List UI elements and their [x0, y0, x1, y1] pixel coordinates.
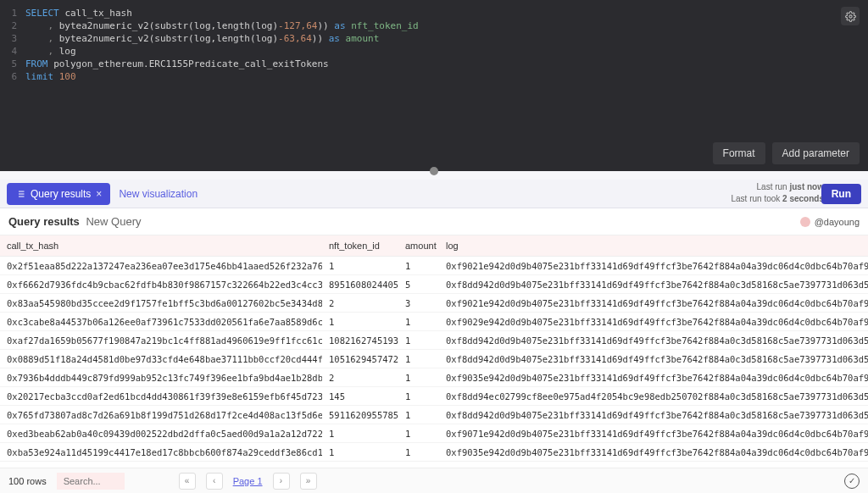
cell: 0xed3beab62ab0a40c09439d002522dbd2dffa0c… — [0, 424, 322, 443]
cell: 0x2f51eaa85d222a137247ea236ea07ee3d175e4… — [0, 257, 322, 275]
sql-editor[interactable]: 123456 SELECT call_tx_hash , bytea2numer… — [0, 0, 868, 171]
settings-button[interactable] — [841, 7, 860, 25]
results-title: Query results — [8, 215, 80, 228]
table-row[interactable]: 0xed3beab62ab0a40c09439d002522dbd2dffa0c… — [0, 424, 868, 443]
page-next-button[interactable]: › — [273, 473, 290, 490]
table-row[interactable]: 0xaf27da1659b05677f190847a219bc1c4ff881a… — [0, 331, 868, 350]
cell: 0xf9021e942d0d9b4075e231bff33141d69df49f… — [439, 462, 868, 468]
run-status: Last run just now Last run took 2 second… — [731, 181, 824, 205]
table-row[interactable]: 0x7936b4dddb449c879fd999ab952c13fc749f39… — [0, 368, 868, 387]
cell: 0xf9029e942d0d9b4075e231bff33141d69df49f… — [439, 313, 868, 331]
code-area[interactable]: SELECT call_tx_hash , bytea2numeric_v2(s… — [25, 7, 419, 83]
author-pill[interactable]: @dayoung — [800, 217, 860, 227]
table-row[interactable]: 0xba53e924a11d45199c4417e18ed17c8bbcb600… — [0, 443, 868, 462]
list-icon — [15, 189, 25, 199]
gear-icon — [845, 11, 856, 22]
cell: 0xf8dd942d0d9b4075e231bff33141d69df49ffc… — [439, 331, 868, 350]
table-row[interactable]: 0xc3cabe8a44537b06a126ee0af73961c7533dd0… — [0, 313, 868, 331]
cell: 0xc3cabe8a44537b06a126ee0af73961c7533dd0… — [0, 313, 322, 331]
cell: 0x765fd73807ad8c7d26a691b8f199d751d268d1… — [0, 406, 322, 424]
cell: 1 — [398, 331, 439, 350]
cell: 0xea60d70037424aaeec088d02c0b654f13bc195… — [0, 462, 322, 468]
avatar-icon — [800, 217, 810, 227]
cell: 1051629457472 — [322, 350, 398, 368]
cell: 0xf9021e942d0d9b4075e231bff33141d69df49f… — [439, 294, 868, 313]
cell: 5 — [398, 275, 439, 294]
col-header-log[interactable]: log — [439, 235, 868, 257]
cell: 1 — [398, 406, 439, 424]
line-gutter: 123456 — [0, 7, 22, 83]
pagination-bar: 100 rows « ‹ Page 1 › » ✓ — [0, 468, 868, 493]
page-prev-button[interactable]: ‹ — [206, 473, 223, 490]
page-indicator[interactable]: Page 1 — [233, 476, 263, 486]
cell: 0xaf27da1659b05677f190847a219bc1c4ff881a… — [0, 331, 322, 350]
cell: 0xba53e924a11d45199c4417e18ed17c8bbcb600… — [0, 443, 322, 462]
results-tab-bar: Query results × New visualization Last r… — [0, 180, 868, 208]
add-parameter-button[interactable]: Add parameter — [772, 142, 860, 164]
run-button[interactable]: Run — [821, 184, 861, 204]
drag-handle-icon[interactable] — [430, 167, 438, 175]
results-table-wrap: call_tx_hash nft_token_id amount log 0x2… — [0, 235, 868, 468]
cell: 2 — [322, 368, 398, 387]
table-row[interactable]: 0x0889d51f18a24d4581d0be97d33cfd4e648bae… — [0, 350, 868, 368]
cell: 0xf9071e942d0d9b4075e231bff33141d69df49f… — [439, 424, 868, 443]
page-first-button[interactable]: « — [179, 473, 196, 490]
pane-divider[interactable] — [0, 171, 868, 180]
tab-query-results[interactable]: Query results × — [7, 183, 110, 205]
cell: 145 — [322, 387, 398, 406]
cell: 0xf8dd94ec02799cf8ee0e975ad4f2054bc9e98e… — [439, 387, 868, 406]
cell: 0xf9021e942d0d9b4075e231bff33141d69df49f… — [439, 257, 868, 275]
cell: 3 — [398, 294, 439, 313]
cell: 0x0889d51f18a24d4581d0be97d33cfd4e648bae… — [0, 350, 322, 368]
table-row[interactable]: 0x20217ecba3ccd0af2ed61bcd4dd430861f39f3… — [0, 387, 868, 406]
cell: 1 — [322, 462, 398, 468]
cell: 0xf9035e942d0d9b4075e231bff33141d69df49f… — [439, 443, 868, 462]
cell: 1 — [322, 257, 398, 275]
cell: 0xf9035e942d0d9b4075e231bff33141d69df49f… — [439, 368, 868, 387]
cell: 1 — [398, 387, 439, 406]
close-icon[interactable]: × — [96, 188, 102, 200]
search-input[interactable] — [57, 473, 125, 490]
cell: 1 — [398, 424, 439, 443]
row-count: 100 rows — [8, 476, 47, 486]
results-header: Query results New Query @dayoung — [0, 208, 868, 235]
cell: 0xf8dd942d0d9b4075e231bff33141d69df49ffc… — [439, 350, 868, 368]
cell: 0x20217ecba3ccd0af2ed61bcd4dd430861f39f3… — [0, 387, 322, 406]
cell: 1 — [398, 368, 439, 387]
cell: 1 — [322, 424, 398, 443]
table-row[interactable]: 0x765fd73807ad8c7d26a691b8f199d751d268d1… — [0, 406, 868, 424]
svg-point-0 — [849, 14, 851, 17]
table-row[interactable]: 0xf6662d7936fdc4b9cbac62fdfb4b830f986715… — [0, 275, 868, 294]
tab-new-visualization[interactable]: New visualization — [110, 183, 206, 205]
cell: 1 — [322, 443, 398, 462]
table-row[interactable]: 0x83aa545980bd35ccee2d9f1757fe1bff5c3bd6… — [0, 294, 868, 313]
cell: 1 — [398, 443, 439, 462]
status-ok-icon: ✓ — [844, 474, 860, 489]
cell: 2 — [322, 294, 398, 313]
results-table: call_tx_hash nft_token_id amount log 0x2… — [0, 235, 868, 468]
tab-label: Query results — [31, 188, 91, 200]
cell: 1 — [398, 313, 439, 331]
cell: 0xf6662d7936fdc4b9cbac62fdfb4b830f986715… — [0, 275, 322, 294]
cell: 0x83aa545980bd35ccee2d9f1757fe1bff5c3bd6… — [0, 294, 322, 313]
cell: 1 — [398, 257, 439, 275]
cell: 1 — [322, 313, 398, 331]
query-name: New Query — [86, 215, 141, 228]
cell: 8951608024405 — [322, 275, 398, 294]
cell: 10821627451933 — [322, 331, 398, 350]
format-button[interactable]: Format — [713, 142, 765, 164]
page-last-button[interactable]: » — [300, 473, 317, 490]
col-header-token[interactable]: nft_token_id — [322, 235, 398, 257]
cell: 1 — [398, 462, 439, 468]
col-header-hash[interactable]: call_tx_hash — [0, 235, 322, 257]
table-row[interactable]: 0x2f51eaa85d222a137247ea236ea07ee3d175e4… — [0, 257, 868, 275]
col-header-amount[interactable]: amount — [398, 235, 439, 257]
table-row[interactable]: 0xea60d70037424aaeec088d02c0b654f13bc195… — [0, 462, 868, 468]
cell: 1 — [398, 350, 439, 368]
cell: 5911620955785 — [322, 406, 398, 424]
cell: 0xf8dd942d0d9b4075e231bff33141d69df49ffc… — [439, 406, 868, 424]
cell: 0x7936b4dddb449c879fd999ab952c13fc749f39… — [0, 368, 322, 387]
cell: 0xf8dd942d0d9b4075e231bff33141d69df49ffc… — [439, 275, 868, 294]
